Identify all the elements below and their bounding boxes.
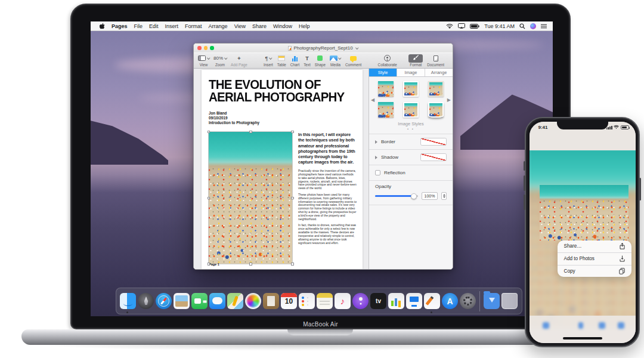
selection-handle[interactable] — [249, 263, 252, 266]
chart-button[interactable]: Chart — [290, 55, 299, 67]
opacity-stepper[interactable] — [441, 192, 447, 200]
image-style-option[interactable] — [403, 102, 419, 118]
styles-prev-arrow[interactable]: ◀ — [371, 97, 374, 103]
media-button[interactable]: Media — [330, 55, 341, 67]
menu-app-name[interactable]: Pages — [112, 23, 128, 29]
opacity-value-field[interactable]: 100% — [422, 192, 438, 200]
siri-icon[interactable] — [530, 23, 536, 29]
image-style-option[interactable] — [403, 81, 419, 97]
document-image[interactable] — [209, 132, 292, 264]
dock-icon-contacts[interactable] — [263, 293, 279, 309]
dock-icon-trash[interactable] — [501, 293, 518, 309]
document-text-column[interactable]: In this report, I will explore the techn… — [298, 132, 357, 260]
dock-icon-keynote[interactable] — [406, 293, 422, 309]
menu-item-share[interactable]: Share… — [558, 240, 631, 253]
spotlight-search-icon[interactable] — [519, 23, 525, 29]
shadow — [36, 345, 561, 351]
wifi-icon[interactable] — [446, 23, 453, 29]
battery-icon[interactable] — [470, 24, 479, 29]
opacity-slider[interactable] — [375, 195, 418, 197]
menu-item-edit[interactable]: Edit — [149, 23, 159, 29]
dock-icon-downloads[interactable] — [484, 293, 500, 309]
text-button[interactable]: T Text — [304, 55, 311, 67]
photo-thumbnail[interactable] — [540, 185, 628, 240]
zoom-control[interactable]: 80% Zoom — [213, 55, 227, 67]
window-title: PhotographyReport_Sept10 — [194, 45, 453, 51]
insert-button[interactable]: ¶ Insert — [264, 55, 273, 67]
chart-icon — [292, 55, 298, 61]
selection-handle[interactable] — [208, 197, 210, 200]
window-titlebar[interactable]: PhotographyReport_Sept10 — [194, 44, 453, 53]
menu-item-copy[interactable]: Copy — [558, 265, 631, 277]
apple-menu-icon[interactable] — [100, 23, 105, 29]
selection-handle[interactable] — [249, 131, 252, 134]
notification-center-icon[interactable] — [541, 24, 547, 29]
dock-icon-music[interactable]: ♪ — [335, 293, 351, 309]
menu-item-view[interactable]: View — [234, 23, 246, 29]
table-button[interactable]: Table — [277, 55, 286, 67]
home-indicator[interactable] — [563, 337, 602, 340]
dock-icon-safari[interactable] — [156, 293, 172, 309]
dock-icon-pages[interactable] — [424, 293, 440, 309]
tab-image[interactable]: Image — [397, 69, 425, 76]
body-paragraph: In fact, thanks to drones, something tha… — [298, 224, 357, 245]
format-button[interactable]: Format — [408, 55, 423, 67]
dock-icon-podcasts[interactable] — [352, 293, 369, 309]
shadow-section[interactable]: Shadow — [369, 149, 453, 165]
disclosure-triangle-icon[interactable] — [375, 156, 377, 159]
dock-icon-finder[interactable] — [120, 293, 136, 309]
dock-icon-system-preferences[interactable] — [460, 293, 476, 309]
tab-style[interactable]: Style — [369, 69, 397, 76]
image-style-option[interactable] — [378, 81, 394, 97]
slider-knob[interactable] — [411, 193, 417, 199]
document-page[interactable]: THE EVOLUTION OF AERIAL PHOTOGRAPHY Jon … — [202, 70, 363, 269]
add-page-button[interactable]: + Add Page — [231, 55, 247, 67]
document-button[interactable]: Document — [427, 55, 444, 67]
screen-mirroring-icon[interactable] — [458, 23, 465, 29]
title-chevron-down-icon[interactable] — [355, 46, 358, 49]
selection-handle[interactable] — [291, 263, 294, 266]
menu-item-help[interactable]: Help — [299, 23, 310, 29]
reflection-checkbox[interactable] — [375, 170, 380, 175]
comment-button[interactable]: Comment — [345, 55, 361, 67]
tab-arrange[interactable]: Arrange — [425, 69, 453, 76]
menu-item-arrange[interactable]: Arrange — [209, 23, 228, 29]
selection-handle[interactable] — [291, 197, 294, 200]
shadow-style-well[interactable] — [420, 153, 447, 161]
menu-item-file[interactable]: File — [134, 23, 143, 29]
border-section[interactable]: Border — [369, 134, 453, 149]
menu-item-format[interactable]: Format — [185, 23, 202, 29]
menu-item-insert[interactable]: Insert — [165, 23, 179, 29]
disclosure-triangle-icon[interactable] — [375, 140, 377, 144]
dock-icon-notes[interactable] — [317, 293, 333, 309]
dock-icon-maps[interactable] — [227, 293, 243, 309]
scene: Pages File Edit Insert Format Arrange Vi… — [0, 0, 644, 358]
image-style-option[interactable] — [428, 102, 444, 118]
image-style-option[interactable] — [378, 102, 394, 118]
document-title: THE EVOLUTION OF AERIAL PHOTOGRAPHY — [209, 78, 355, 103]
selection-handle[interactable] — [208, 131, 210, 134]
menu-item-add-to-photos[interactable]: Add to Photos — [558, 252, 631, 265]
selection-handle[interactable] — [291, 131, 294, 134]
dock-icon-reminders[interactable] — [299, 293, 315, 309]
dock-icon-launchpad[interactable] — [138, 293, 154, 309]
shape-button[interactable]: Shape — [315, 55, 326, 67]
dock-icon-photos[interactable] — [245, 293, 261, 309]
dock-icon-numbers[interactable] — [388, 293, 404, 309]
dock-icon-messages[interactable] — [209, 293, 225, 309]
dock-icon-facetime[interactable] — [191, 293, 208, 309]
menu-item-share[interactable]: Share — [252, 23, 267, 29]
menu-item-window[interactable]: Window — [273, 23, 292, 29]
selection-handle[interactable] — [208, 263, 210, 266]
styles-next-arrow[interactable]: ▶ — [447, 97, 451, 103]
dock-icon-preview[interactable] — [174, 293, 190, 309]
border-style-well[interactable] — [420, 138, 447, 146]
menu-clock[interactable]: Tue 9:41 AM — [484, 23, 515, 29]
image-style-option[interactable] — [428, 81, 444, 97]
dock-icon-tv[interactable]: tv — [370, 293, 386, 309]
collaborate-button[interactable]: Collaborate — [378, 55, 397, 67]
view-button[interactable]: View — [198, 55, 209, 67]
reflection-section[interactable]: Reflection — [369, 165, 453, 180]
dock-icon-app-store[interactable]: A — [442, 293, 458, 309]
dock-icon-calendar[interactable]: 10 — [281, 293, 297, 309]
